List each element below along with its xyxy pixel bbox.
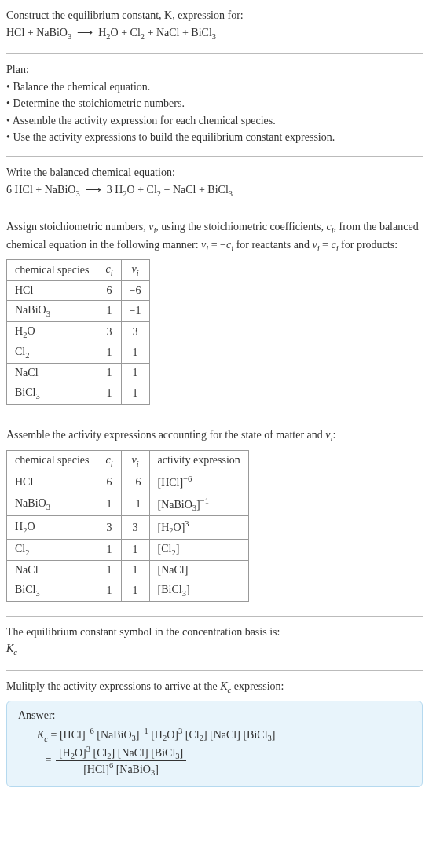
answer-box: Answer: Kc = [HCl]−6 [NaBiO3]−1 [H2O]3 [… bbox=[6, 701, 423, 787]
nui-cell: 1 bbox=[121, 383, 149, 405]
balanced-heading: Write the balanced chemical equation: bbox=[6, 165, 423, 181]
symbol-section: The equilibrium constant symbol in the c… bbox=[6, 624, 423, 665]
assign-section: Assign stoichiometric numbers, νi, using… bbox=[6, 219, 423, 414]
divider bbox=[6, 53, 423, 54]
nui-cell: 1 bbox=[121, 539, 149, 560]
nui-cell: 1 bbox=[121, 342, 149, 364]
species-cell: H2O bbox=[7, 321, 97, 342]
ci-cell: 1 bbox=[97, 383, 121, 405]
nui-cell: 1 bbox=[121, 560, 149, 580]
intro-equation: HCl + NaBiO3 ⟶ H2O + Cl2 + NaCl + BiCl3 bbox=[6, 25, 423, 42]
plan-bullet: • Balance the chemical equation. bbox=[6, 79, 423, 95]
table-row: H2O33 bbox=[7, 321, 150, 342]
nui-cell: 1 bbox=[121, 364, 149, 383]
nui-cell: −1 bbox=[121, 300, 149, 321]
balanced-section: Write the balanced chemical equation: 6 … bbox=[6, 165, 423, 206]
table-header: activity expression bbox=[149, 450, 248, 471]
plan-bullet: • Determine the stoichiometric numbers. bbox=[6, 96, 423, 112]
species-cell: HCl bbox=[7, 280, 97, 300]
ci-cell: 1 bbox=[97, 580, 121, 601]
ci-cell: 1 bbox=[97, 560, 121, 580]
stoich-table: chemical speciesciνiHCl6−6NaBiO31−1H2O33… bbox=[6, 259, 150, 405]
ci-cell: 6 bbox=[97, 471, 121, 493]
table-row: HCl6−6[HCl]−6 bbox=[7, 471, 249, 493]
multiply-section: Mulitply the activity expressions to arr… bbox=[6, 679, 423, 793]
equals-sign: = bbox=[37, 754, 54, 766]
plan-bullet: • Use the activity expressions to build … bbox=[6, 130, 423, 145]
nui-cell: −6 bbox=[121, 471, 149, 493]
species-cell: Cl2 bbox=[7, 539, 97, 560]
table-row: NaBiO31−1 bbox=[7, 300, 150, 321]
activity-cell: [H2O]3 bbox=[149, 516, 248, 539]
species-cell: NaCl bbox=[7, 560, 97, 580]
answer-numerator: [H2O]3 [Cl2] [NaCl] [BiCl3] bbox=[56, 745, 186, 761]
table-row: Cl211[Cl2] bbox=[7, 539, 249, 560]
divider bbox=[6, 670, 423, 671]
nui-cell: 3 bbox=[121, 321, 149, 342]
table-header: chemical species bbox=[7, 450, 97, 471]
ci-cell: 1 bbox=[97, 493, 121, 516]
activity-cell: [NaBiO3]−1 bbox=[149, 493, 248, 516]
balanced-equation: 6 HCl + NaBiO3 ⟶ 3 H2O + Cl2 + NaCl + Bi… bbox=[6, 182, 423, 200]
answer-label: Answer: bbox=[18, 709, 411, 722]
divider bbox=[6, 156, 423, 157]
ci-cell: 1 bbox=[97, 300, 121, 321]
table-row: NaCl11 bbox=[7, 364, 150, 383]
activity-cell: [NaCl] bbox=[149, 560, 248, 580]
table-header: νi bbox=[121, 260, 149, 281]
species-cell: HCl bbox=[7, 471, 97, 493]
assemble-section: Assemble the activity expressions accoun… bbox=[6, 427, 423, 610]
species-cell: BiCl3 bbox=[7, 383, 97, 405]
species-cell: NaBiO3 bbox=[7, 493, 97, 516]
ci-cell: 1 bbox=[97, 539, 121, 560]
table-row: BiCl311[BiCl3] bbox=[7, 580, 249, 601]
assign-text: Assign stoichiometric numbers, νi, using… bbox=[6, 219, 423, 255]
answer-denominator: [HCl]6 [NaBiO3] bbox=[56, 761, 186, 777]
nui-cell: −6 bbox=[121, 280, 149, 300]
intro-title-text: Construct the equilibrium constant, K, e… bbox=[6, 9, 244, 21]
intro-title: Construct the equilibrium constant, K, e… bbox=[6, 8, 423, 24]
species-cell: NaBiO3 bbox=[7, 300, 97, 321]
plan-bullets: • Balance the chemical equation.• Determ… bbox=[6, 79, 423, 145]
answer-fraction: [H2O]3 [Cl2] [NaCl] [BiCl3] [HCl]6 [NaBi… bbox=[56, 745, 186, 778]
species-cell: H2O bbox=[7, 516, 97, 539]
intro-section: Construct the equilibrium constant, K, e… bbox=[6, 8, 423, 49]
divider bbox=[6, 419, 423, 419]
species-cell: BiCl3 bbox=[7, 580, 97, 601]
species-cell: Cl2 bbox=[7, 342, 97, 364]
ci-cell: 6 bbox=[97, 280, 121, 300]
plan-bullet: • Assemble the activity expression for e… bbox=[6, 113, 423, 129]
plan-section: Plan: • Balance the chemical equation.• … bbox=[6, 62, 423, 152]
ci-cell: 3 bbox=[97, 516, 121, 539]
divider bbox=[6, 211, 423, 211]
table-header: chemical species bbox=[7, 260, 97, 281]
species-cell: NaCl bbox=[7, 364, 97, 383]
activity-table: chemical speciesciνiactivity expressionH… bbox=[6, 450, 249, 602]
nui-cell: 3 bbox=[121, 516, 149, 539]
divider bbox=[6, 616, 423, 617]
table-header: ci bbox=[97, 450, 121, 471]
ci-cell: 1 bbox=[97, 364, 121, 383]
table-header: ci bbox=[97, 260, 121, 281]
activity-cell: [Cl2] bbox=[149, 539, 248, 560]
table-row: NaBiO31−1[NaBiO3]−1 bbox=[7, 493, 249, 516]
nui-cell: 1 bbox=[121, 580, 149, 601]
multiply-text: Mulitply the activity expressions to arr… bbox=[6, 679, 423, 696]
ci-cell: 3 bbox=[97, 321, 121, 342]
table-row: HCl6−6 bbox=[7, 280, 150, 300]
assemble-text: Assemble the activity expressions accoun… bbox=[6, 427, 423, 445]
table-row: Cl211 bbox=[7, 342, 150, 364]
answer-line2: = [H2O]3 [Cl2] [NaCl] [BiCl3] [HCl]6 [Na… bbox=[37, 745, 411, 778]
answer-line1: Kc = [HCl]−6 [NaBiO3]−1 [H2O]3 [Cl2] [Na… bbox=[37, 727, 411, 742]
ci-cell: 1 bbox=[97, 342, 121, 364]
symbol-line1: The equilibrium constant symbol in the c… bbox=[6, 624, 423, 640]
plan-heading: Plan: bbox=[6, 62, 423, 78]
symbol-line2: Kc bbox=[6, 641, 423, 658]
table-row: H2O33[H2O]3 bbox=[7, 516, 249, 539]
nui-cell: −1 bbox=[121, 493, 149, 516]
table-header: νi bbox=[121, 450, 149, 471]
activity-cell: [BiCl3] bbox=[149, 580, 248, 601]
table-row: BiCl311 bbox=[7, 383, 150, 405]
table-row: NaCl11[NaCl] bbox=[7, 560, 249, 580]
activity-cell: [HCl]−6 bbox=[149, 471, 248, 493]
